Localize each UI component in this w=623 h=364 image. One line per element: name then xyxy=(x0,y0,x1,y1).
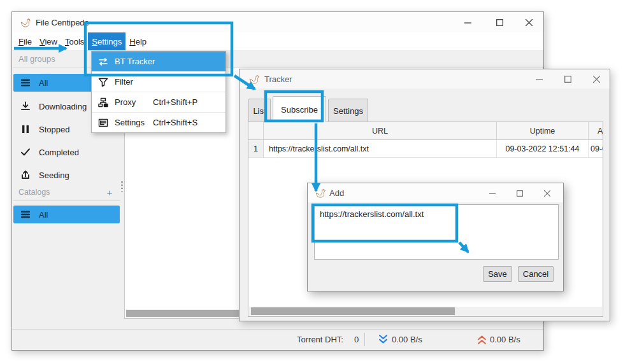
sidebar-item-label: Completed xyxy=(39,148,79,157)
sidebar-item-label: All xyxy=(39,78,48,88)
tracker-window-controls xyxy=(527,71,608,88)
menu-item-label: Settings xyxy=(115,118,145,127)
page: File Centipede File View Tools Settings … xyxy=(0,0,623,364)
menu-file[interactable]: File xyxy=(15,32,36,50)
menu-settings[interactable]: Settings xyxy=(88,32,125,50)
check-icon xyxy=(20,147,31,157)
menu-item-label: Proxy xyxy=(115,97,136,107)
close-button[interactable] xyxy=(517,14,541,31)
menu-item-proxy[interactable]: Proxy Ctrl+Shift+P xyxy=(92,92,226,112)
table-cell-added[interactable]: 09-03-2022 12:51:44 xyxy=(589,140,603,158)
pause-icon xyxy=(20,124,31,134)
tab-subscribe[interactable]: Subscribe xyxy=(273,96,326,122)
catalog-item-label: All xyxy=(39,210,48,220)
menu-item-bt-tracker[interactable]: BT Tracker xyxy=(92,52,226,71)
sidebar-item-label: Stopped xyxy=(39,125,69,134)
table-cell-url[interactable]: https://trackerslist.com/all.txt xyxy=(264,140,497,158)
app-logo-duck-icon xyxy=(248,74,259,85)
dht-label: Torrent DHT: xyxy=(297,330,343,349)
minimize-button[interactable] xyxy=(455,14,480,31)
catalog-item-all[interactable]: All xyxy=(13,206,120,223)
menu-lines-icon xyxy=(20,209,31,220)
app-logo-duck-icon xyxy=(315,188,326,199)
status-bar: Torrent DHT: 0 0.00 B/s 0.00 B/s xyxy=(12,329,543,349)
maximize-button[interactable] xyxy=(509,185,531,202)
menu-item-label: Filter xyxy=(115,77,133,87)
menu-bar: File View Tools Settings Help xyxy=(12,32,543,51)
menu-tools-label: Tools xyxy=(65,37,84,46)
tab-label: Subscribe xyxy=(281,105,318,115)
column-header-added[interactable]: Added xyxy=(589,122,603,140)
tab-settings[interactable]: Settings xyxy=(328,99,368,122)
dht-value: 0 xyxy=(354,330,359,349)
add-catalog-button[interactable]: + xyxy=(104,186,115,198)
sidebar-item-completed[interactable]: Completed xyxy=(13,143,120,161)
window-title: File Centipede xyxy=(36,18,89,27)
tracker-swap-arrows-icon xyxy=(98,57,108,67)
download-speed-icon xyxy=(378,330,388,349)
menu-item-shortcut: Ctrl+Shift+S xyxy=(153,118,197,127)
download-speed-value: 0.00 B/s xyxy=(392,330,422,349)
scrollbar-thumb[interactable] xyxy=(251,307,455,315)
menu-item-label: BT Tracker xyxy=(115,57,155,66)
sidebar-item-label: Seeding xyxy=(39,171,69,180)
menu-item-filter[interactable]: Filter xyxy=(92,72,226,92)
close-button[interactable] xyxy=(536,185,558,202)
scrollbar-thumb[interactable] xyxy=(126,310,240,317)
tab-label: List xyxy=(253,106,266,116)
filter-funnel-icon xyxy=(98,77,108,87)
horizontal-scrollbar[interactable] xyxy=(249,307,602,316)
menu-lines-icon xyxy=(20,78,31,88)
catalogs-header: Catalogs xyxy=(18,188,50,197)
column-header-uptime[interactable]: Uptime xyxy=(497,122,589,140)
menu-settings-label: Settings xyxy=(92,37,122,46)
sidebar-item-label: Downloading xyxy=(39,102,87,111)
groups-header: All groups xyxy=(18,54,55,64)
menu-view[interactable]: View xyxy=(36,32,61,50)
menu-tools[interactable]: Tools xyxy=(61,32,88,50)
menu-help-label: Help xyxy=(129,37,147,46)
save-button[interactable]: Save xyxy=(483,266,512,282)
column-header-num[interactable] xyxy=(248,122,264,140)
tab-label: Settings xyxy=(333,106,363,116)
upload-icon xyxy=(20,170,31,180)
menu-item-shortcut: Ctrl+Shift+P xyxy=(153,97,197,107)
close-button[interactable] xyxy=(584,71,608,88)
cancel-button[interactable]: Cancel xyxy=(518,266,554,282)
add-dialog: Add https://trackerslist.com/all.txt Sav… xyxy=(307,183,564,291)
minimize-button[interactable] xyxy=(482,185,503,202)
minimize-button[interactable] xyxy=(527,71,551,88)
menu-help[interactable]: Help xyxy=(125,32,150,50)
table-cell-uptime[interactable]: 09-03-2022 12:51:44 xyxy=(497,140,589,158)
tab-list[interactable]: List xyxy=(248,99,271,122)
tracker-window-title: Tracker xyxy=(264,74,292,84)
main-window-controls xyxy=(455,14,541,31)
upload-speed-value: 0.00 B/s xyxy=(490,330,520,349)
settings-list-icon xyxy=(98,118,108,128)
sidebar-splitter-handle[interactable] xyxy=(121,181,123,192)
add-dialog-title: Add xyxy=(329,188,344,198)
proxy-network-icon xyxy=(98,97,108,108)
table-row-number[interactable]: 1 xyxy=(248,140,264,158)
menu-item-settings[interactable]: Settings Ctrl+Shift+S xyxy=(92,113,226,132)
maximize-button[interactable] xyxy=(555,71,580,88)
column-header-url[interactable]: URL xyxy=(264,122,497,140)
divider xyxy=(13,200,120,201)
add-dialog-controls xyxy=(482,185,558,202)
tracker-url-textarea[interactable]: https://trackerslist.com/all.txt xyxy=(314,204,559,260)
menu-view-label: View xyxy=(39,37,57,46)
upload-speed-icon xyxy=(477,330,487,349)
sidebar-item-seeding[interactable]: Seeding xyxy=(13,166,120,184)
settings-dropdown-menu: BT Tracker Filter Proxy Ctrl+Shift+P Set… xyxy=(91,51,226,133)
menu-file-label: File xyxy=(18,37,32,46)
maximize-button[interactable] xyxy=(487,14,512,31)
status-separator xyxy=(364,333,365,346)
download-icon xyxy=(20,101,31,111)
app-logo-duck-icon xyxy=(20,17,31,28)
